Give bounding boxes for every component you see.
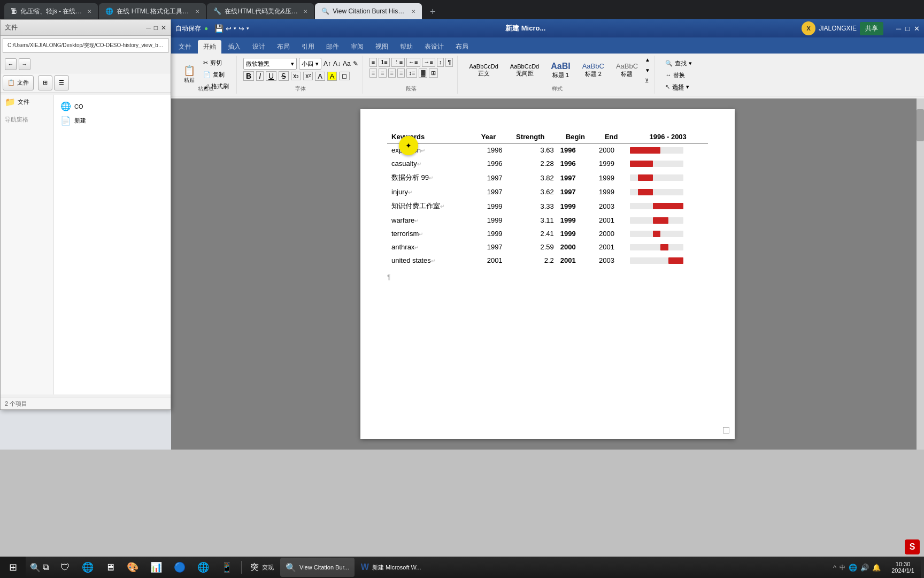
share-button[interactable]: 共享 (860, 22, 883, 35)
grow-font-button[interactable]: A↑ (324, 60, 331, 67)
tab-tablelayout[interactable]: 布局 (450, 40, 474, 54)
fe-back-button[interactable]: ← (5, 58, 17, 70)
resize-handle[interactable] (723, 427, 729, 434)
tab-tabledesign[interactable]: 表设计 (419, 40, 449, 54)
fe-forward-button[interactable]: → (19, 58, 30, 70)
scrollbar-thumb[interactable] (917, 109, 924, 141)
align-left-button[interactable]: ≡ (369, 69, 377, 78)
bold-button[interactable]: B (243, 71, 254, 81)
browser-tab-2[interactable]: 🌐 在线 HTML 格式化工具，HTML… ✕ (99, 3, 206, 19)
fe-address-bar[interactable]: C:/Users/XIEJIALONG/Desktop/突现/CO-DESO-h… (3, 38, 168, 53)
show-marks-button[interactable]: ¶ (445, 58, 453, 67)
sort-button[interactable]: ↕ (437, 58, 444, 67)
font-family-selector[interactable]: 微软雅黑 ▾ (243, 58, 297, 70)
fe-file-co[interactable]: 🌐 CO (58, 99, 166, 113)
line-spacing-button[interactable]: ↕≡ (406, 69, 417, 78)
change-case-button[interactable]: ✎ (353, 60, 358, 67)
font-size-selector[interactable]: 小四 ▾ (299, 58, 321, 70)
undo-icon[interactable]: ↩ (226, 25, 232, 33)
new-tab-button[interactable]: + (425, 4, 440, 19)
tray-caret[interactable]: ^ (833, 564, 836, 572)
tab-help[interactable]: 帮助 (395, 40, 418, 54)
undo-dropdown[interactable]: ▾ (234, 26, 236, 31)
decrease-indent-button[interactable]: ←≡ (406, 58, 420, 67)
tab-design[interactable]: 设计 (247, 40, 271, 54)
copy-button[interactable]: 📄 复制 (200, 70, 232, 80)
tab-home[interactable]: 开始 (198, 40, 221, 54)
word-close-icon[interactable]: ✕ (914, 25, 920, 33)
subscript-button[interactable]: x₂ (291, 72, 301, 80)
numbering-button[interactable]: 1≡ (379, 58, 390, 67)
taskbar-item-explorer[interactable]: 突 突现 (245, 558, 279, 577)
taskbar-search-icon[interactable]: 🔍 (30, 562, 41, 573)
tab3-close[interactable]: ✕ (303, 9, 307, 14)
clear-format-button[interactable]: Aa (343, 60, 351, 67)
show-desktop-button[interactable] (921, 557, 924, 578)
start-button[interactable]: ⊞ (0, 557, 26, 578)
browser-tab-1[interactable]: 🗜 化压缩、轻js - 在线… ✕ (4, 3, 98, 19)
style-normal[interactable]: AaBbCcDd 正文 (464, 61, 503, 80)
fe-file-button[interactable]: 📋 文件 (3, 75, 34, 90)
fe-list-view[interactable]: ☰ (54, 75, 69, 90)
shading-button[interactable]: ▓ (419, 69, 427, 78)
fe-maximize[interactable]: □ (154, 24, 158, 32)
style-heading[interactable]: AaBbC 标题 (611, 60, 643, 80)
restore-icon[interactable]: □ (905, 25, 910, 33)
taskbar-item-chrome[interactable]: 🔍 View Citation Bur... (280, 558, 355, 577)
shrink-font-button[interactable]: A↓ (333, 60, 341, 67)
tab-layout[interactable]: 布局 (272, 40, 295, 54)
save-icon[interactable]: 💾 (214, 24, 224, 33)
increase-indent-button[interactable]: →≡ (422, 58, 435, 67)
more-icon[interactable]: ▾ (247, 26, 249, 31)
taskbar-item-app4[interactable]: 🎨 (121, 558, 144, 577)
tab1-close[interactable]: ✕ (87, 9, 91, 14)
find-button[interactable]: 🔍 查找 ▾ (662, 58, 695, 69)
paste-button[interactable]: 📋 粘贴 (180, 62, 199, 88)
border-button[interactable]: ◻ (339, 72, 350, 80)
taskbar-item-word[interactable]: W 新建 Microsoft W... (356, 558, 427, 577)
volume-icon[interactable]: 🔊 (860, 564, 869, 572)
taskbar-item-app7[interactable]: 🌐 (192, 558, 214, 577)
styles-up-arrow[interactable]: ▲ (645, 57, 650, 63)
fe-grid-view[interactable]: ⊞ (38, 75, 52, 90)
fe-minimize[interactable]: ─ (146, 24, 151, 32)
tab-review[interactable]: 审阅 (345, 40, 369, 54)
multilevel-button[interactable]: ⋮≡ (391, 58, 405, 67)
align-center-button[interactable]: ≡ (379, 69, 386, 78)
cut-button[interactable]: ✂ 剪切 (200, 58, 232, 69)
fe-sidebar-item[interactable]: 📁 文件 (1, 95, 53, 109)
replace-button[interactable]: ↔ 替换 (662, 70, 695, 80)
styles-down-arrow[interactable]: ▼ (645, 67, 650, 73)
tab2-close[interactable]: ✕ (195, 9, 199, 14)
highlight-button[interactable]: A (327, 72, 337, 81)
bullets-button[interactable]: ≡ (369, 58, 377, 67)
tab-insert[interactable]: 插入 (222, 40, 246, 54)
style-h1[interactable]: AaBI 标题 1 (546, 59, 575, 81)
taskbar-item-browser-2[interactable]: 🌐 (76, 558, 99, 577)
word-vertical-scrollbar[interactable] (917, 98, 924, 450)
tab-file[interactable]: 文件 (173, 40, 197, 54)
fe-close[interactable]: ✕ (161, 24, 166, 32)
fe-file-new[interactable]: 📄 新建 (58, 113, 166, 128)
italic-button[interactable]: I (256, 71, 264, 81)
style-nospace[interactable]: AaBbCcDd 无间距 (505, 61, 544, 80)
superscript-button[interactable]: x² (303, 72, 313, 80)
tab4-close[interactable]: ✕ (411, 9, 415, 14)
taskbar-item-app8[interactable]: 📱 (215, 558, 238, 577)
minimize-icon[interactable]: ─ (896, 25, 901, 33)
taskbar-task-view-icon[interactable]: ⧉ (43, 562, 49, 572)
autosave-toggle[interactable]: ● (204, 25, 208, 32)
browser-tab-3[interactable]: 🔧 在线HTML代码美化&压缩工具 ✕ (207, 3, 314, 19)
borders-button[interactable]: ⊞ (429, 69, 438, 78)
align-right-button[interactable]: ≡ (388, 69, 396, 78)
notification-icon[interactable]: 🔔 (872, 564, 881, 572)
justify-button[interactable]: ≡ (397, 69, 405, 78)
style-h2[interactable]: AaBbC 标题 2 (578, 60, 609, 80)
tab-view[interactable]: 视图 (370, 40, 394, 54)
taskbar-item-app6[interactable]: 🔵 (168, 558, 191, 577)
network-icon[interactable]: 🌐 (849, 564, 857, 572)
font-color-button[interactable]: A (315, 72, 325, 81)
tab-mailings[interactable]: 邮件 (321, 40, 344, 54)
taskbar-item-security[interactable]: 🛡 (55, 558, 75, 577)
taskbar-item-app3[interactable]: 🖥 (100, 558, 120, 577)
